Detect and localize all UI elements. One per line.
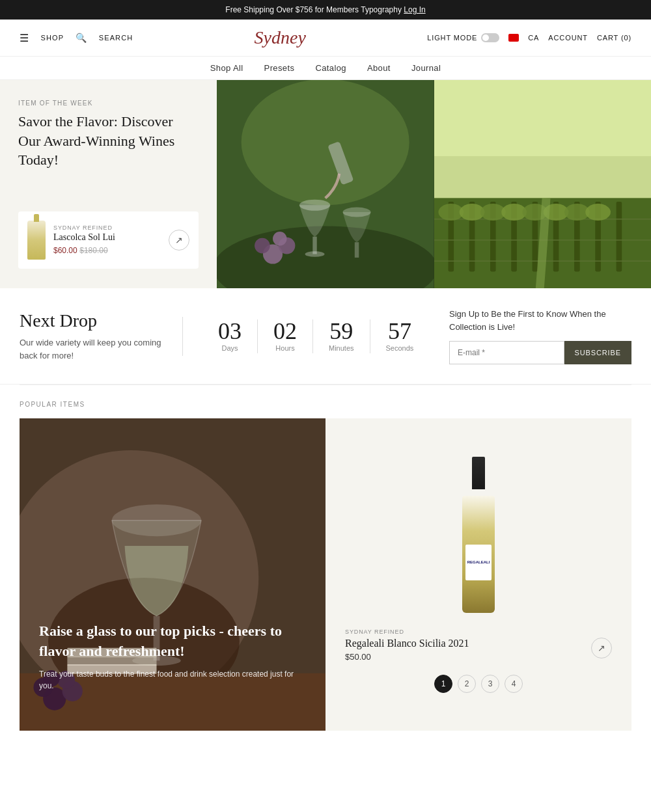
item-of-week-badge: ITEM OF THE WEEK: [18, 100, 199, 107]
next-drop-description: Our wide variety will keep you coming ba…: [20, 336, 163, 362]
days-label: Days: [221, 344, 238, 352]
seconds-value: 57: [386, 319, 414, 343]
svg-rect-11: [355, 242, 359, 258]
next-drop-info: Next Drop Our wide variety will keep you…: [20, 310, 163, 362]
countdown-seconds: 57 Seconds: [370, 319, 430, 353]
hero-title: Savor the Flavor: Discover Our Award-Win…: [18, 112, 199, 170]
nav-about[interactable]: About: [367, 63, 391, 73]
email-input[interactable]: [449, 341, 564, 364]
popular-left-panel: Raise a glass to our top picks - cheers …: [20, 418, 326, 731]
countdown-minutes: 59 Minutes: [313, 319, 370, 353]
search-label[interactable]: SEARCH: [99, 34, 133, 42]
hero-left-panel: ITEM OF THE WEEK Savor the Flavor: Disco…: [0, 80, 217, 288]
seconds-label: Seconds: [386, 344, 414, 352]
popular-overlay-title: Raise a glass to our top picks - cheers …: [39, 621, 306, 662]
featured-product-brand: SYDNAY REFINED: [345, 629, 612, 635]
hours-label: Hours: [275, 344, 294, 352]
light-mode-label: LIGHT MODE: [427, 34, 477, 42]
main-nav: Shop All Presets Catalog About Journal: [0, 57, 651, 80]
product-info: SYDNAY REFINED Lascolca Sol Lui $60.00 $…: [53, 224, 161, 256]
svg-point-5: [255, 238, 270, 254]
header-left: ☰ SHOP 🔍 SEARCH: [20, 32, 133, 44]
hamburger-icon[interactable]: ☰: [20, 32, 29, 44]
countdown-days: 03 Days: [202, 319, 258, 353]
page-2-button[interactable]: 2: [458, 675, 476, 693]
countdown-hours: 02 Hours: [258, 319, 313, 353]
hero-right-panel: [434, 80, 651, 288]
search-icon[interactable]: 🔍: [76, 33, 87, 43]
popular-overlay-text: Raise a glass to our top picks - cheers …: [39, 621, 306, 692]
popular-items-label: POPULAR ITEMS: [20, 401, 631, 408]
hours-value: 02: [273, 319, 297, 343]
days-value: 03: [218, 319, 242, 343]
popular-overlay-subtitle: Treat your taste buds to the finest food…: [39, 668, 306, 692]
page-3-button[interactable]: 3: [481, 675, 499, 693]
product-brand: SYDNAY REFINED: [53, 224, 161, 231]
vineyard-image: [434, 80, 651, 288]
site-logo[interactable]: Sydney: [133, 27, 427, 48]
countdown-divider: [182, 317, 183, 356]
subscribe-section: Sign Up to Be the First to Know When the…: [449, 308, 631, 364]
banner-text: Free Shipping Over $756 for Members: [225, 5, 359, 14]
cart-label[interactable]: CART (0): [597, 34, 631, 42]
minutes-value: 59: [329, 319, 354, 343]
shop-label[interactable]: SHOP: [41, 34, 64, 42]
top-banner: Free Shipping Over $756 for Members Typo…: [0, 0, 651, 20]
picnic-scene-image: [217, 80, 434, 288]
next-drop-title: Next Drop: [20, 310, 163, 331]
page-1-button[interactable]: 1: [434, 675, 452, 693]
flag-icon: [508, 34, 519, 42]
popular-items-section: POPULAR ITEMS: [0, 385, 651, 750]
nav-presets[interactable]: Presets: [264, 63, 295, 73]
subscribe-form: SUBSCRIBE: [449, 341, 631, 364]
header: ☰ SHOP 🔍 SEARCH Sydney LIGHT MODE CA ACC…: [0, 20, 651, 57]
svg-point-36: [585, 204, 611, 221]
subscribe-button[interactable]: SUBSCRIBE: [564, 341, 632, 364]
featured-product-card[interactable]: SYDNAY REFINED Lascolca Sol Lui $60.00 $…: [18, 211, 199, 269]
region-label: CA: [528, 34, 539, 42]
popular-right-panel: REGALEALI SYDNAY REFINED Regaleali Blanc…: [326, 418, 631, 731]
nav-catalog[interactable]: Catalog: [315, 63, 346, 73]
price-original: $180.00: [79, 246, 107, 255]
svg-point-1: [242, 80, 409, 205]
header-right: LIGHT MODE CA ACCOUNT CART (0): [427, 33, 631, 42]
nav-journal[interactable]: Journal: [411, 63, 441, 73]
wine-bottle-display: REGALEALI: [452, 457, 505, 613]
featured-product-info: SYDNAY REFINED Regaleali Blanco Sicilia …: [345, 629, 612, 662]
featured-product-name: Regaleali Blanco Sicilia 2021: [345, 638, 469, 649]
account-link[interactable]: ACCOUNT: [548, 34, 588, 42]
toggle-switch[interactable]: [481, 33, 499, 42]
featured-product-arrow-button[interactable]: ↗: [591, 638, 612, 658]
hero-section: ITEM OF THE WEEK Savor the Flavor: Disco…: [0, 80, 651, 288]
pagination: 1 2 3 4: [434, 675, 523, 693]
banner-login-link[interactable]: Log In: [404, 5, 425, 14]
hero-center-panel: [217, 80, 434, 288]
subscribe-text: Sign Up to Be the First to Know When the…: [449, 308, 631, 333]
bottle-body: REGALEALI: [462, 496, 495, 613]
bottle-neck: [472, 457, 485, 489]
product-name: Lascolca Sol Lui: [53, 232, 161, 243]
banner-typography: Typography: [361, 5, 402, 14]
countdown-timer: 03 Days 02 Hours 59 Minutes 57 Seconds: [202, 319, 429, 353]
featured-product-price: $50.00: [345, 652, 469, 662]
countdown-section: Next Drop Our wide variety will keep you…: [0, 288, 651, 385]
svg-rect-15: [434, 80, 651, 156]
light-mode-toggle[interactable]: LIGHT MODE: [427, 33, 499, 42]
minutes-label: Minutes: [329, 344, 354, 352]
nav-shop-all[interactable]: Shop All: [210, 63, 243, 73]
product-arrow-button[interactable]: ↗: [169, 230, 189, 250]
page-4-button[interactable]: 4: [505, 675, 523, 693]
price-sale: $60.00: [53, 246, 77, 255]
popular-items-grid: Raise a glass to our top picks - cheers …: [20, 418, 631, 731]
svg-point-6: [273, 232, 287, 246]
bottle-label: REGALEALI: [465, 545, 492, 580]
svg-point-9: [305, 251, 325, 257]
product-bottle-image: [27, 221, 46, 260]
featured-product-row: Regaleali Blanco Sicilia 2021 $50.00 ↗: [345, 635, 612, 662]
